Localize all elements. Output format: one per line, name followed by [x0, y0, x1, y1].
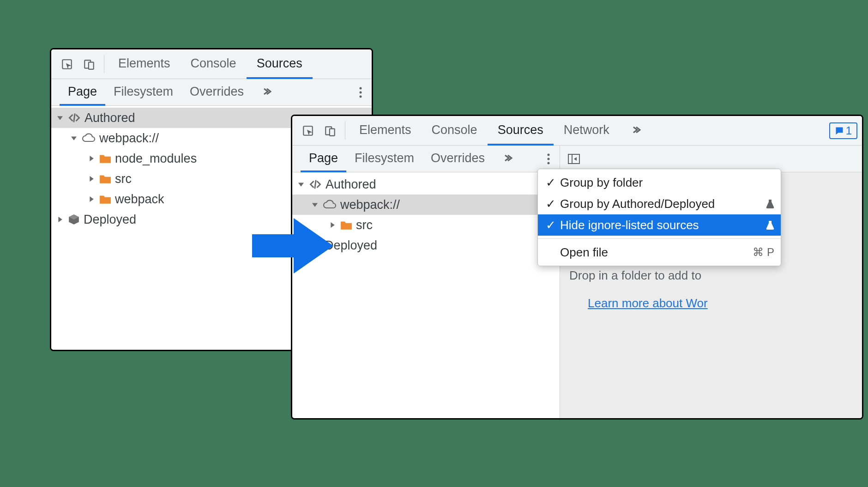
tab-sources[interactable]: Sources: [247, 49, 313, 79]
folder-icon: [99, 194, 111, 204]
check-icon: ✓: [544, 218, 557, 232]
tab-console[interactable]: Console: [422, 116, 488, 146]
check-icon: ✓: [544, 176, 557, 190]
devtools-window-after: Elements Console Sources Network 1 Page …: [291, 115, 863, 420]
box-icon: [68, 213, 80, 225]
menu-label: Group by folder: [560, 176, 774, 190]
subtab-filesystem[interactable]: Filesystem: [105, 79, 181, 106]
chevron-down-icon: [56, 115, 64, 121]
chevron-down-icon: [70, 135, 78, 141]
chevron-right-icon: [328, 222, 337, 228]
main-tab-bar: Elements Console Sources: [51, 49, 372, 79]
tree-label: Authored: [84, 111, 135, 125]
issues-badge[interactable]: 1: [829, 122, 857, 139]
chevron-down-icon: [297, 182, 305, 187]
flask-icon: [766, 199, 774, 208]
stage: Elements Console Sources Page Filesystem…: [0, 0, 868, 487]
tab-more[interactable]: [620, 116, 651, 146]
sources-sub-tabs: Page Filesystem Overrides: [51, 79, 372, 106]
folder-icon: [340, 220, 352, 230]
menu-item-group-by-folder[interactable]: ✓ Group by folder: [538, 172, 781, 193]
collapse-pane-icon[interactable]: [567, 153, 580, 164]
context-menu: ✓ Group by folder ✓ Group by Authored/De…: [537, 169, 781, 266]
tab-network[interactable]: Network: [554, 116, 620, 146]
inspect-icon[interactable]: [56, 49, 78, 79]
check-icon: ✓: [544, 197, 557, 211]
separator: [104, 55, 104, 73]
chevron-right-icon: [87, 196, 96, 202]
tree-label: Deployed: [84, 213, 136, 227]
tree-node-src[interactable]: src: [292, 215, 560, 235]
inspect-icon[interactable]: [297, 116, 319, 145]
cloud-icon: [82, 133, 96, 143]
chevron-right-icon: [297, 243, 305, 248]
svg-point-11: [548, 162, 550, 164]
menu-item-group-by-authored[interactable]: ✓ Group by Authored/Deployed: [538, 193, 781, 214]
tree-label: webpack: [115, 192, 164, 207]
more-options-icon[interactable]: [537, 146, 560, 172]
tab-sources[interactable]: Sources: [488, 116, 554, 146]
tree-label: webpack://: [340, 198, 400, 212]
menu-separator: [538, 238, 781, 239]
cloud-icon: [323, 200, 337, 210]
sources-sub-tabs: Page Filesystem Overrides: [292, 146, 560, 172]
tab-elements[interactable]: Elements: [349, 116, 422, 146]
svg-rect-8: [330, 128, 335, 135]
main-tab-bar: Elements Console Sources Network 1: [292, 116, 862, 146]
svg-point-5: [360, 95, 362, 97]
box-icon: [309, 239, 321, 251]
device-toggle-icon[interactable]: [319, 116, 341, 145]
menu-label: Open file: [560, 245, 750, 260]
tree-node-authored[interactable]: Authored: [292, 174, 560, 195]
tree-label: Authored: [326, 177, 376, 192]
separator: [345, 122, 345, 140]
drop-message: Drop in a folder to add to: [569, 268, 862, 283]
chevron-right-icon: [87, 176, 96, 182]
more-options-icon[interactable]: [350, 79, 372, 105]
subtab-more[interactable]: [252, 79, 280, 106]
chevron-down-icon: [311, 202, 319, 207]
issues-count: 1: [846, 124, 852, 137]
menu-item-open-file[interactable]: Open file ⌘ P: [538, 242, 781, 263]
file-tree: Authored webpack:// src: [292, 172, 560, 418]
subtab-overrides[interactable]: Overrides: [181, 79, 252, 106]
code-icon: [68, 111, 81, 124]
tab-elements[interactable]: Elements: [108, 49, 181, 79]
tree-node-deployed[interactable]: Deployed: [292, 235, 560, 256]
tree-label: Deployed: [325, 238, 377, 253]
subtab-filesystem[interactable]: Filesystem: [346, 146, 422, 172]
menu-label: Hide ignore-listed sources: [560, 218, 763, 232]
tree-label: src: [356, 218, 373, 232]
svg-point-3: [360, 87, 362, 89]
device-toggle-icon[interactable]: [78, 49, 100, 79]
tree-node-webpack[interactable]: webpack://: [292, 195, 560, 215]
keyboard-shortcut: ⌘ P: [753, 246, 774, 259]
svg-rect-2: [89, 62, 94, 69]
subtab-more[interactable]: [493, 146, 521, 172]
menu-item-hide-ignore-listed[interactable]: ✓ Hide ignore-listed sources: [538, 214, 781, 236]
tab-console[interactable]: Console: [181, 49, 247, 79]
learn-more-link[interactable]: Learn more about Wor: [588, 296, 708, 310]
menu-label: Group by Authored/Deployed: [560, 197, 763, 211]
subtab-page[interactable]: Page: [301, 146, 346, 172]
code-icon: [309, 178, 322, 191]
chevron-right-icon: [56, 217, 64, 222]
subtab-page[interactable]: Page: [60, 79, 105, 106]
tree-label: node_modules: [115, 152, 197, 166]
tree-label: webpack://: [99, 131, 159, 146]
tree-label: src: [115, 172, 132, 186]
flask-icon: [766, 220, 774, 230]
svg-point-10: [548, 158, 550, 160]
svg-point-4: [360, 91, 362, 93]
folder-icon: [99, 153, 111, 164]
folder-icon: [99, 174, 111, 184]
svg-point-9: [548, 153, 550, 156]
subtab-overrides[interactable]: Overrides: [422, 146, 493, 172]
chevron-right-icon: [87, 156, 96, 161]
